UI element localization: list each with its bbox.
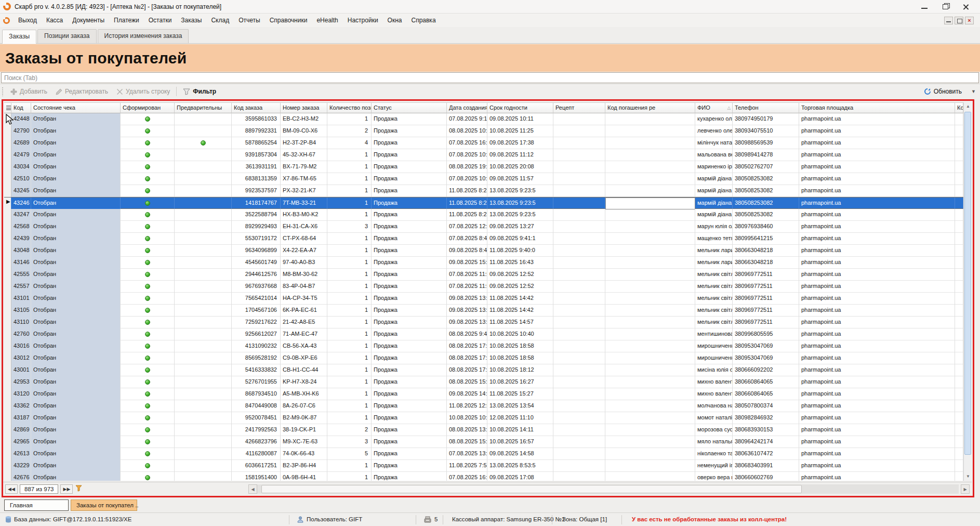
cell-status[interactable]: Продажа: [372, 209, 447, 221]
cell-status[interactable]: Продажа: [372, 328, 447, 340]
cell-srok[interactable]: 09.08.2025 9:41:1: [487, 233, 553, 245]
table-row[interactable]: 43101Отобран7565421014HA-CP-34-T51Продаж…: [4, 293, 963, 305]
cell-status[interactable]: Продажа: [372, 245, 447, 257]
table-row[interactable]: ▶43246Отобран14181747677T-MB-33-211Прода…: [4, 197, 963, 209]
cell-nomer[interactable]: B2-M9-0K-87: [281, 412, 327, 424]
cell-tel[interactable]: 380508253082: [733, 173, 799, 185]
cell-sost[interactable]: Отобран: [31, 113, 121, 125]
cell-sform[interactable]: [121, 149, 175, 161]
cell-tel[interactable]: 380982846932: [733, 412, 799, 424]
cell-kodpog[interactable]: [605, 281, 695, 293]
column-header-ko[interactable]: Ко: [955, 102, 963, 113]
cell-kolvo[interactable]: 1: [327, 400, 372, 412]
cell-kodpog[interactable]: [605, 125, 695, 137]
cell-torg[interactable]: pharmapoint.ua: [799, 173, 955, 185]
cell-kodz[interactable]: 5276701955: [232, 376, 281, 388]
cell-tel[interactable]: 380995641215: [733, 233, 799, 245]
cell-sform[interactable]: [121, 412, 175, 424]
cell-recept[interactable]: [553, 305, 605, 317]
cell-kodpog[interactable]: [605, 209, 695, 221]
cell-ko[interactable]: [955, 149, 963, 161]
cell-recept[interactable]: [553, 125, 605, 137]
cell-dsozd[interactable]: 07.08.2025 11:5: [447, 269, 487, 281]
cell-kodz[interactable]: 8569528192: [232, 352, 281, 364]
cell-predv[interactable]: [175, 352, 232, 364]
cell-sost[interactable]: Отобран: [31, 364, 121, 376]
cell-nomer[interactable]: M8-BM-30-62: [281, 269, 327, 281]
cell-sost[interactable]: Отобран: [31, 340, 121, 352]
cell-srok[interactable]: 09.08.2025 17:08: [487, 472, 553, 481]
cell-ko[interactable]: [955, 400, 963, 412]
menu-item-остатки[interactable]: Остатки: [144, 15, 177, 26]
cell-kolvo[interactable]: 1: [327, 173, 372, 185]
cell-sform[interactable]: [121, 281, 175, 293]
cell-recept[interactable]: [553, 281, 605, 293]
cell-status[interactable]: Продажа: [372, 293, 447, 305]
cell-ind[interactable]: [4, 161, 11, 173]
cell-fio[interactable]: мирошниченко ір: [695, 340, 733, 352]
cell-kodz[interactable]: 1581951400: [232, 472, 281, 481]
cell-tel[interactable]: 380969772511: [733, 269, 799, 281]
cell-sost[interactable]: Отобран: [31, 173, 121, 185]
cell-status[interactable]: Продажа: [372, 113, 447, 125]
cell-nomer[interactable]: M9-XC-7E-63: [281, 436, 327, 448]
cell-nomer[interactable]: CB-56-XA-43: [281, 340, 327, 352]
cell-kodz[interactable]: 9676937668: [232, 281, 281, 293]
cell-kodpog[interactable]: [605, 198, 695, 209]
cell-sost[interactable]: Отобран: [31, 293, 121, 305]
table-row[interactable]: 43245Отобран9923537597PX-32-21-K71Продаж…: [4, 185, 963, 197]
cell-predv[interactable]: [175, 400, 232, 412]
cell-torg[interactable]: pharmapoint.ua: [799, 293, 955, 305]
cell-sform[interactable]: [121, 137, 175, 149]
cell-srok[interactable]: 10.08.2025 18:12: [487, 364, 553, 376]
cell-dsozd[interactable]: 09.08.2025 14:2: [447, 388, 487, 400]
cell-torg[interactable]: pharmapoint.ua: [799, 233, 955, 245]
cell-predv[interactable]: [175, 269, 232, 281]
cell-dsozd[interactable]: 07.08.2025 10:5: [447, 173, 487, 185]
cell-tel[interactable]: 380964242174: [733, 436, 799, 448]
cell-kodz[interactable]: 4266823796: [232, 436, 281, 448]
cell-recept[interactable]: [553, 376, 605, 388]
table-row[interactable]: 42510Отобран6838131359X7-86-TM-651Продаж…: [4, 173, 963, 185]
cell-srok[interactable]: 11.08.2025 16:43: [487, 257, 553, 269]
cell-kolvo[interactable]: 1: [327, 412, 372, 424]
cell-srok[interactable]: 10.08.2025 10:40: [487, 328, 553, 340]
cell-srok[interactable]: 10.08.2025 20:08: [487, 161, 553, 173]
search-input[interactable]: [1, 72, 979, 83]
cell-srok[interactable]: 11.08.2025 14:42: [487, 293, 553, 305]
cell-fio[interactable]: мариненко ірина: [695, 161, 733, 173]
cell-nomer[interactable]: 71-AM-EC-47: [281, 328, 327, 340]
cell-kolvo[interactable]: 1: [327, 376, 372, 388]
cell-recept[interactable]: [553, 209, 605, 221]
cell-ko[interactable]: [955, 317, 963, 328]
cell-srok[interactable]: 13.08.2025 8:53:5: [487, 460, 553, 472]
cell-kod[interactable]: 43034: [11, 161, 31, 173]
cell-kod[interactable]: 43048: [11, 245, 31, 257]
cell-tel[interactable]: 380953047069: [733, 340, 799, 352]
cell-status[interactable]: Продажа: [372, 198, 447, 209]
edit-button[interactable]: Редактировать: [51, 86, 112, 97]
cell-srok[interactable]: 09.08.2025 11:12: [487, 149, 553, 161]
cell-sost[interactable]: Отобран: [31, 328, 121, 340]
cell-kolvo[interactable]: 1: [327, 305, 372, 317]
cell-kodz[interactable]: 9391857304: [232, 149, 281, 161]
cell-srok[interactable]: 13.08.2025 13:54: [487, 400, 553, 412]
cell-ko[interactable]: [955, 173, 963, 185]
cell-kod[interactable]: 43012: [11, 352, 31, 364]
column-header-kolvo[interactable]: Количество пози: [327, 102, 372, 113]
cell-ko[interactable]: [955, 424, 963, 436]
cell-tel[interactable]: 380988569539: [733, 137, 799, 149]
cell-fio[interactable]: мельник світлана: [695, 281, 733, 293]
cell-kodpog[interactable]: [605, 137, 695, 149]
cell-torg[interactable]: pharmapoint.ua: [799, 198, 955, 209]
horizontal-scroll-thumb[interactable]: [261, 485, 802, 493]
cell-kolvo[interactable]: 1: [327, 281, 372, 293]
cell-predv[interactable]: [175, 424, 232, 436]
cell-torg[interactable]: pharmapoint.ua: [799, 436, 955, 448]
cell-srok[interactable]: 09.08.2025 14:58: [487, 448, 553, 460]
cell-ind[interactable]: [4, 364, 11, 376]
tab-история-изменения-заказа[interactable]: История изменения заказа: [98, 29, 189, 43]
cell-torg[interactable]: pharmapoint.ua: [799, 328, 955, 340]
cell-srok[interactable]: 13.08.2025 9:23:5: [487, 209, 553, 221]
cell-recept[interactable]: [553, 161, 605, 173]
